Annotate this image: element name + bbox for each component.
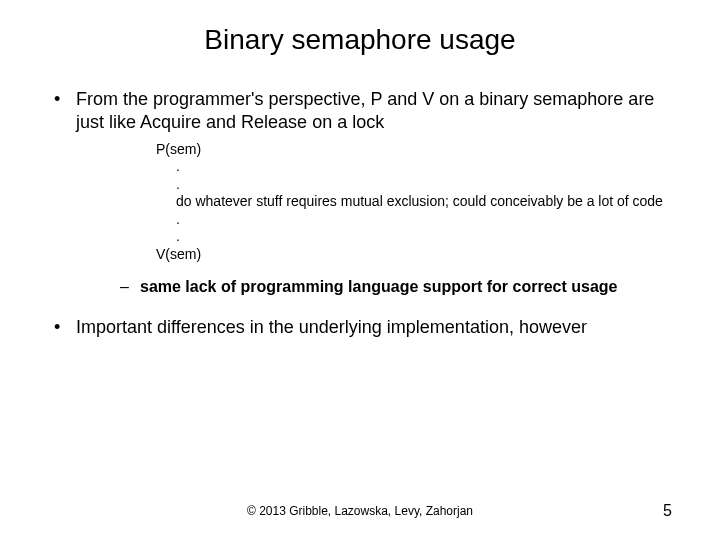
code-line: . — [156, 211, 672, 229]
bullet-item: Important differences in the underlying … — [48, 316, 672, 339]
code-block: P(sem) . . do whatever stuff requires mu… — [156, 141, 672, 264]
bullet-item: From the programmer's perspective, P and… — [48, 88, 672, 298]
footer-copyright: © 2013 Gribble, Lazowska, Levy, Zahorjan — [0, 504, 720, 518]
slide: Binary semaphore usage From the programm… — [0, 0, 720, 540]
bullet-text: Important differences in the underlying … — [76, 317, 587, 337]
bullet-text: From the programmer's perspective, P and… — [76, 89, 654, 132]
page-number: 5 — [663, 502, 672, 520]
code-line: . — [156, 158, 672, 176]
code-line: . — [156, 228, 672, 246]
sub-bullet-text: same lack of programming language suppor… — [140, 278, 617, 295]
slide-title: Binary semaphore usage — [48, 24, 672, 56]
bullet-list: From the programmer's perspective, P and… — [48, 88, 672, 339]
sub-bullet-item: same lack of programming language suppor… — [116, 277, 672, 298]
code-line: P(sem) — [156, 141, 672, 159]
code-line: . — [156, 176, 672, 194]
code-line: do whatever stuff requires mutual exclus… — [156, 193, 672, 211]
code-line: V(sem) — [156, 246, 672, 264]
sub-bullet-list: same lack of programming language suppor… — [116, 277, 672, 298]
